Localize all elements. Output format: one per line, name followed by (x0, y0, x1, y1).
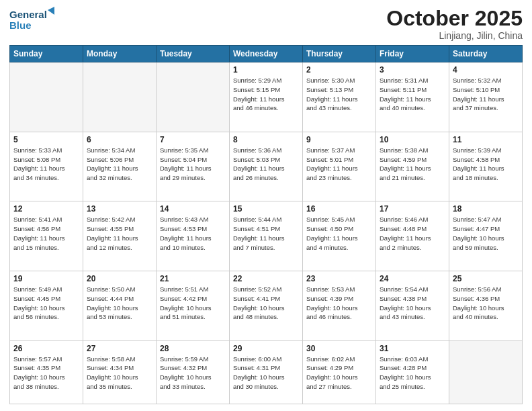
day-number: 22 (233, 274, 299, 283)
calendar-cell: 11Sunrise: 5:39 AM Sunset: 4:58 PM Dayli… (449, 132, 523, 201)
day-info: Sunrise: 5:42 AM Sunset: 4:55 PM Dayligh… (87, 215, 152, 252)
calendar-cell: 28Sunrise: 5:59 AM Sunset: 4:32 PM Dayli… (157, 340, 230, 404)
day-info: Sunrise: 5:49 AM Sunset: 4:45 PM Dayligh… (13, 285, 79, 322)
day-info: Sunrise: 5:36 AM Sunset: 5:03 PM Dayligh… (233, 146, 299, 183)
day-info: Sunrise: 5:38 AM Sunset: 4:59 PM Dayligh… (380, 146, 445, 183)
header-wednesday: Wednesday (230, 46, 303, 62)
day-number: 21 (160, 274, 226, 283)
header-monday: Monday (83, 46, 157, 62)
day-number: 30 (306, 344, 372, 353)
day-number: 11 (453, 135, 519, 144)
calendar-cell (83, 62, 157, 132)
calendar-cell (449, 340, 523, 404)
day-info: Sunrise: 5:53 AM Sunset: 4:39 PM Dayligh… (306, 285, 372, 322)
header-thursday: Thursday (303, 46, 376, 62)
svg-text:Blue: Blue (9, 19, 32, 31)
day-info: Sunrise: 5:39 AM Sunset: 4:58 PM Dayligh… (453, 146, 519, 183)
day-info: Sunrise: 5:41 AM Sunset: 4:56 PM Dayligh… (13, 215, 79, 252)
day-number: 13 (87, 204, 152, 214)
day-info: Sunrise: 5:31 AM Sunset: 5:11 PM Dayligh… (380, 76, 445, 113)
calendar-cell: 13Sunrise: 5:42 AM Sunset: 4:55 PM Dayli… (83, 201, 157, 271)
day-info: Sunrise: 5:56 AM Sunset: 4:36 PM Dayligh… (453, 285, 519, 322)
calendar-cell: 27Sunrise: 5:58 AM Sunset: 4:34 PM Dayli… (83, 340, 157, 404)
day-number: 15 (233, 204, 299, 214)
day-info: Sunrise: 5:33 AM Sunset: 5:08 PM Dayligh… (13, 146, 79, 183)
day-number: 29 (233, 344, 299, 353)
location: Linjiang, Jilin, China (386, 30, 523, 41)
header-tuesday: Tuesday (157, 46, 230, 62)
day-info: Sunrise: 5:44 AM Sunset: 4:51 PM Dayligh… (233, 215, 299, 252)
day-number: 18 (453, 204, 519, 214)
calendar-cell: 18Sunrise: 5:47 AM Sunset: 4:47 PM Dayli… (449, 201, 523, 271)
calendar-cell: 4Sunrise: 5:32 AM Sunset: 5:10 PM Daylig… (449, 62, 523, 132)
day-number: 8 (233, 135, 299, 144)
day-number: 3 (380, 65, 445, 75)
month-title: October 2025 (386, 7, 523, 30)
day-info: Sunrise: 5:37 AM Sunset: 5:01 PM Dayligh… (306, 146, 372, 183)
logo: General Blue (9, 7, 56, 32)
calendar-cell: 12Sunrise: 5:41 AM Sunset: 4:56 PM Dayli… (10, 201, 83, 271)
logo-svg: General Blue (9, 7, 56, 32)
day-number: 9 (306, 135, 372, 144)
header-sunday: Sunday (10, 46, 83, 62)
day-info: Sunrise: 5:47 AM Sunset: 4:47 PM Dayligh… (453, 215, 519, 252)
calendar-cell: 30Sunrise: 6:02 AM Sunset: 4:29 PM Dayli… (303, 340, 376, 404)
day-number: 26 (13, 344, 79, 353)
calendar-cell: 3Sunrise: 5:31 AM Sunset: 5:11 PM Daylig… (376, 62, 449, 132)
calendar-cell: 23Sunrise: 5:53 AM Sunset: 4:39 PM Dayli… (303, 271, 376, 341)
day-number: 24 (380, 274, 445, 283)
calendar-cell (157, 62, 230, 132)
title-section: October 2025 Linjiang, Jilin, China (386, 7, 523, 41)
calendar-cell: 22Sunrise: 5:52 AM Sunset: 4:41 PM Dayli… (230, 271, 303, 341)
calendar-cell: 16Sunrise: 5:45 AM Sunset: 4:50 PM Dayli… (303, 201, 376, 271)
calendar-cell: 5Sunrise: 5:33 AM Sunset: 5:08 PM Daylig… (10, 132, 83, 201)
day-info: Sunrise: 5:45 AM Sunset: 4:50 PM Dayligh… (306, 215, 372, 252)
calendar-cell: 29Sunrise: 6:00 AM Sunset: 4:31 PM Dayli… (230, 340, 303, 404)
day-number: 16 (306, 204, 372, 214)
calendar-cell: 10Sunrise: 5:38 AM Sunset: 4:59 PM Dayli… (376, 132, 449, 201)
day-info: Sunrise: 5:54 AM Sunset: 4:38 PM Dayligh… (380, 285, 445, 322)
day-info: Sunrise: 5:50 AM Sunset: 4:44 PM Dayligh… (87, 285, 152, 322)
calendar-cell: 20Sunrise: 5:50 AM Sunset: 4:44 PM Dayli… (83, 271, 157, 341)
day-info: Sunrise: 5:30 AM Sunset: 5:13 PM Dayligh… (306, 76, 372, 113)
day-info: Sunrise: 5:52 AM Sunset: 4:41 PM Dayligh… (233, 285, 299, 322)
calendar-table: Sunday Monday Tuesday Wednesday Thursday… (9, 45, 523, 404)
calendar-cell: 25Sunrise: 5:56 AM Sunset: 4:36 PM Dayli… (449, 271, 523, 341)
day-number: 17 (380, 204, 445, 214)
day-info: Sunrise: 5:32 AM Sunset: 5:10 PM Dayligh… (453, 76, 519, 113)
page-container: General Blue October 2025 Linjiang, Jili… (0, 0, 532, 411)
day-number: 23 (306, 274, 372, 283)
day-number: 7 (160, 135, 226, 144)
day-info: Sunrise: 5:59 AM Sunset: 4:32 PM Dayligh… (160, 355, 226, 392)
day-info: Sunrise: 5:51 AM Sunset: 4:42 PM Dayligh… (160, 285, 226, 322)
header-friday: Friday (376, 46, 449, 62)
calendar-cell: 8Sunrise: 5:36 AM Sunset: 5:03 PM Daylig… (230, 132, 303, 201)
day-number: 4 (453, 65, 519, 75)
calendar-cell: 24Sunrise: 5:54 AM Sunset: 4:38 PM Dayli… (376, 271, 449, 341)
svg-marker-2 (48, 7, 54, 15)
calendar-cell: 14Sunrise: 5:43 AM Sunset: 4:53 PM Dayli… (157, 201, 230, 271)
day-number: 27 (87, 344, 152, 353)
calendar-cell: 1Sunrise: 5:29 AM Sunset: 5:15 PM Daylig… (230, 62, 303, 132)
day-number: 10 (380, 135, 445, 144)
day-info: Sunrise: 5:58 AM Sunset: 4:34 PM Dayligh… (87, 355, 152, 392)
day-info: Sunrise: 5:57 AM Sunset: 4:35 PM Dayligh… (13, 355, 79, 392)
day-number: 14 (160, 204, 226, 214)
calendar-cell: 15Sunrise: 5:44 AM Sunset: 4:51 PM Dayli… (230, 201, 303, 271)
calendar-cell: 9Sunrise: 5:37 AM Sunset: 5:01 PM Daylig… (303, 132, 376, 201)
day-number: 12 (13, 204, 79, 214)
day-info: Sunrise: 5:43 AM Sunset: 4:53 PM Dayligh… (160, 215, 226, 252)
calendar-cell: 2Sunrise: 5:30 AM Sunset: 5:13 PM Daylig… (303, 62, 376, 132)
calendar-cell: 19Sunrise: 5:49 AM Sunset: 4:45 PM Dayli… (10, 271, 83, 341)
day-number: 6 (87, 135, 152, 144)
svg-text:General: General (9, 9, 47, 20)
calendar-cell: 6Sunrise: 5:34 AM Sunset: 5:06 PM Daylig… (83, 132, 157, 201)
calendar-cell: 26Sunrise: 5:57 AM Sunset: 4:35 PM Dayli… (10, 340, 83, 404)
day-number: 20 (87, 274, 152, 283)
day-number: 31 (380, 344, 445, 353)
calendar-cell: 31Sunrise: 6:03 AM Sunset: 4:28 PM Dayli… (376, 340, 449, 404)
calendar-cell: 17Sunrise: 5:46 AM Sunset: 4:48 PM Dayli… (376, 201, 449, 271)
day-info: Sunrise: 5:46 AM Sunset: 4:48 PM Dayligh… (380, 215, 445, 252)
day-info: Sunrise: 6:00 AM Sunset: 4:31 PM Dayligh… (233, 355, 299, 392)
calendar-cell: 7Sunrise: 5:35 AM Sunset: 5:04 PM Daylig… (157, 132, 230, 201)
